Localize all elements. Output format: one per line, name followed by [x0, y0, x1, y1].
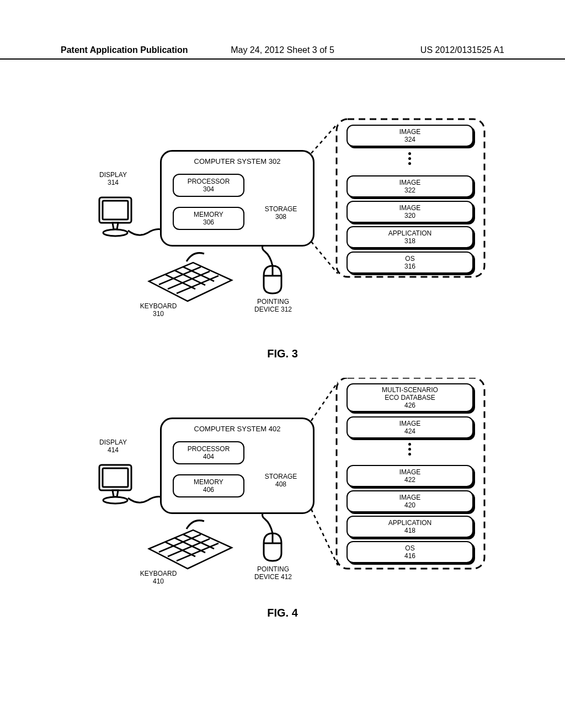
- keyboard-label: KEYBOARD410: [134, 570, 183, 586]
- image-422-box: IMAGE422: [347, 465, 473, 487]
- svg-line-6: [166, 275, 195, 289]
- image-324-box: IMAGE324: [347, 125, 473, 147]
- cs-title: COMPUTER SYSTEM 402: [162, 425, 313, 433]
- svg-line-22: [174, 538, 205, 553]
- pointing-label: POINTINGDEVICE 312: [248, 298, 298, 314]
- image-322-box: IMAGE322: [347, 175, 473, 197]
- header-left: Patent Application Publication: [61, 45, 209, 55]
- figure-4: DISPLAY414: [83, 378, 491, 598]
- multi-scenario-box: MULTI-SCENARIOECO DATABASE426: [347, 383, 473, 412]
- svg-line-18: [159, 534, 201, 552]
- image-420-box: IMAGE420: [347, 490, 473, 512]
- vdots-icon: [408, 152, 411, 165]
- svg-line-13: [311, 124, 338, 153]
- svg-line-14: [311, 242, 338, 274]
- os-box: OS316: [347, 251, 473, 274]
- svg-point-2: [103, 229, 127, 236]
- memory-box: MEMORY306: [173, 207, 244, 230]
- svg-line-23: [183, 534, 214, 549]
- page-header: Patent Application Publication May 24, 2…: [0, 45, 565, 60]
- svg-rect-0: [99, 197, 131, 223]
- keyboard-label: KEYBOARD310: [134, 302, 183, 318]
- image-424-box: IMAGE424: [347, 416, 473, 438]
- cs-title: COMPUTER SYSTEM 302: [162, 157, 313, 165]
- svg-rect-16: [103, 468, 128, 487]
- svg-rect-1: [103, 201, 128, 220]
- svg-line-7: [174, 270, 205, 285]
- computer-system-box: COMPUTER SYSTEM 302 PROCESSOR304 MEMORY3…: [160, 150, 315, 247]
- processor-box: PROCESSOR304: [173, 174, 244, 197]
- svg-line-19: [168, 539, 210, 556]
- fig4-caption: FIG. 4: [267, 607, 298, 619]
- processor-box: PROCESSOR404: [173, 441, 244, 464]
- computer-system-box: COMPUTER SYSTEM 402 PROCESSOR404 MEMORY4…: [160, 417, 315, 514]
- svg-line-29: [311, 509, 338, 565]
- fig3-caption: FIG. 3: [267, 347, 298, 360]
- os-box: OS416: [347, 541, 473, 563]
- header-mid: May 24, 2012 Sheet 3 of 5: [209, 45, 356, 55]
- application-box: APPLICATION418: [347, 516, 473, 538]
- storage-label: STORAGE408: [262, 473, 300, 489]
- svg-rect-15: [99, 465, 131, 490]
- memory-box: MEMORY406: [173, 474, 244, 497]
- application-box: APPLICATION318: [347, 226, 473, 248]
- svg-line-20: [177, 543, 218, 561]
- svg-line-3: [159, 267, 201, 285]
- image-320-box: IMAGE320: [347, 201, 473, 223]
- header-right: US 2012/0131525 A1: [356, 45, 504, 55]
- svg-point-17: [103, 497, 127, 504]
- storage-label: STORAGE308: [262, 205, 300, 221]
- vdots-icon: [408, 443, 411, 456]
- svg-line-4: [168, 271, 210, 289]
- display-label: DISPLAY314: [94, 171, 132, 187]
- svg-line-28: [311, 382, 338, 421]
- svg-line-5: [177, 276, 218, 293]
- svg-line-8: [183, 267, 214, 281]
- figure-3: DISPLAY314: [83, 110, 491, 331]
- pointing-label: POINTINGDEVICE 412: [248, 565, 298, 581]
- svg-line-21: [166, 542, 195, 556]
- display-label: DISPLAY414: [94, 438, 132, 454]
